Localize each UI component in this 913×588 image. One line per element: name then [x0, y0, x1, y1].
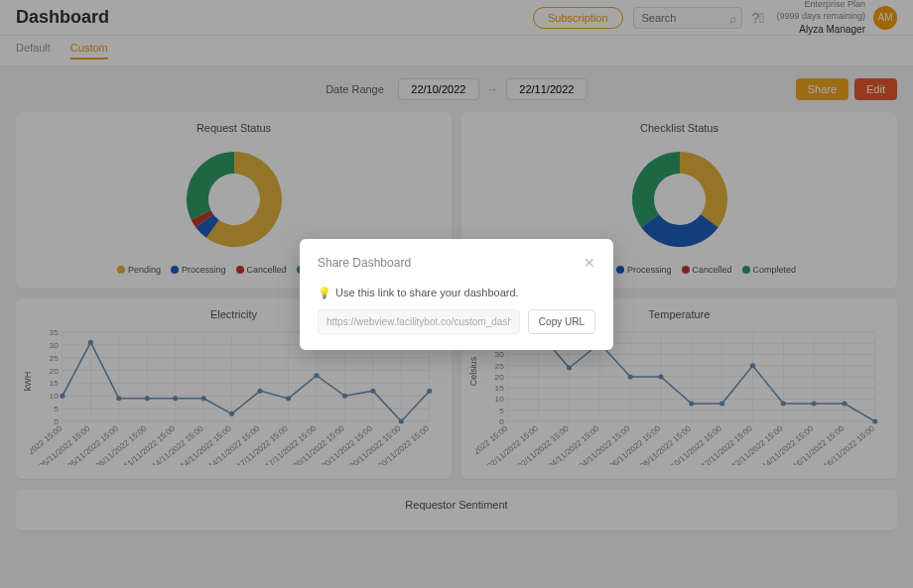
share-url-input[interactable] [318, 309, 520, 334]
lightbulb-icon: 💡 [318, 287, 331, 299]
share-modal: Share Dashboard ✕ 💡 Use this link to sha… [300, 239, 613, 350]
close-icon[interactable]: ✕ [584, 255, 595, 271]
copy-url-button[interactable]: Copy URL [528, 309, 595, 334]
modal-overlay[interactable]: Share Dashboard ✕ 💡 Use this link to sha… [0, 0, 913, 588]
modal-title: Share Dashboard [318, 256, 411, 270]
modal-hint: 💡 Use this link to share your dashboard. [318, 287, 595, 299]
